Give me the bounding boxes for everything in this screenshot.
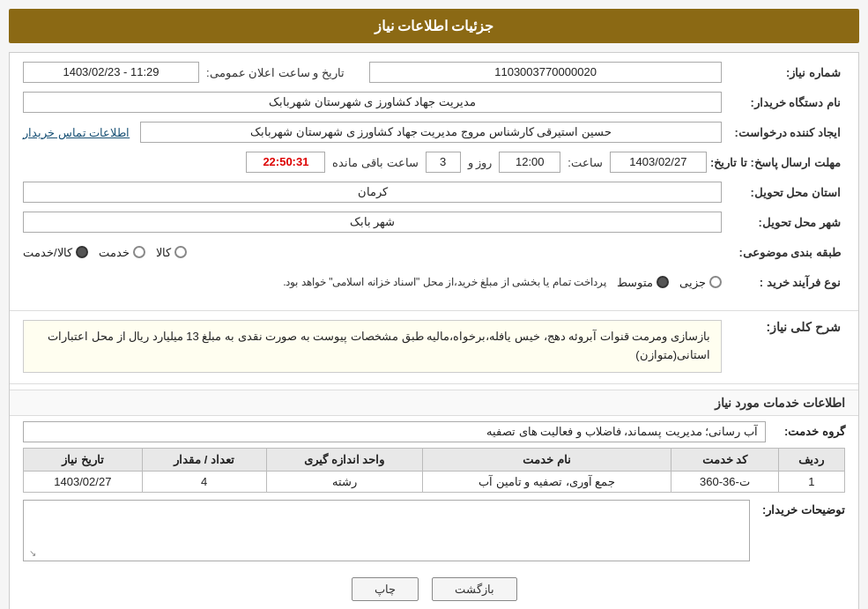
category-radio-group: کالا خدمت کالا/خدمت — [23, 246, 722, 259]
table-cell-unit: رشته — [266, 471, 423, 492]
buyer-org-row: نام دستگاه خریدار: مدیریت جهاد کشاورز ی … — [23, 90, 845, 115]
category-kala-radio[interactable] — [174, 246, 187, 258]
buttons-row: بازگشت چاپ — [10, 568, 858, 609]
process-label: نوع فرآیند خرید : — [722, 276, 845, 289]
category-row: طبقه بندی موضوعی: کالا خدمت کالا/خدمت — [23, 240, 845, 264]
table-row: 1ت-36-360جمع آوری، تصفیه و تامین آبرشته4… — [24, 471, 845, 492]
category-label: طبقه بندی موضوعی: — [722, 246, 845, 259]
need-number-label: شماره نیاز: — [722, 66, 845, 79]
process-radio-group: جزیی متوسط پرداخت تمام یا بخشی از مبلغ خ… — [23, 276, 722, 289]
process-motavasset-radio[interactable] — [657, 276, 669, 288]
creator-value: حسین استیرقی کارشناس مروج مدیریت جهاد کش… — [140, 122, 722, 143]
category-kala-khedmat-radio[interactable] — [76, 246, 88, 258]
date-announce-label: تاریخ و ساعت اعلان عمومی: — [199, 66, 352, 79]
process-jozii-label: جزیی — [679, 276, 706, 289]
table-cell-date: 1403/02/27 — [24, 471, 143, 492]
category-kala-khedmat-label: کالا/خدمت — [23, 246, 72, 259]
print-button[interactable]: چاپ — [352, 577, 419, 601]
col-header-row: ردیف — [778, 448, 844, 471]
table-cell-qty: 4 — [142, 471, 266, 492]
col-header-date: تاریخ نیاز — [24, 448, 143, 471]
response-date-label: مهلت ارسال پاسخ: تا تاریخ: — [710, 156, 845, 169]
creator-label: ایجاد کننده درخواست: — [722, 126, 845, 139]
page-wrapper: جزئیات اطلاعات نیاز شماره نیاز: 11030037… — [0, 0, 868, 609]
response-time-value: 12:00 — [499, 152, 560, 173]
category-khedmat[interactable]: خدمت — [99, 246, 145, 259]
table-cell-name: جمع آوری، تصفیه و تامین آب — [423, 471, 671, 492]
col-header-qty: تعداد / مقدار — [142, 448, 266, 471]
city-value: شهر بابک — [23, 212, 722, 233]
creator-row: ایجاد کننده درخواست: حسین استیرقی کارشنا… — [23, 120, 845, 145]
page-header: جزئیات اطلاعات نیاز — [9, 9, 859, 43]
response-date-row: مهلت ارسال پاسخ: تا تاریخ: 1403/02/27 سا… — [23, 150, 845, 175]
page-title: جزئیات اطلاعات نیاز — [375, 19, 494, 33]
service-group-row: گروه خدمت: آب رسانی؛ مدیریت پسماند، فاضل… — [23, 421, 845, 442]
need-number-value: 1103003770000020 — [369, 62, 722, 83]
province-value: کرمان — [23, 182, 722, 203]
process-note: پرداخت تمام یا بخشی از مبلغ خرید،از محل … — [23, 276, 606, 288]
info-section: شماره نیاز: 1103003770000020 تاریخ و ساع… — [10, 53, 858, 307]
category-kala[interactable]: کالا — [156, 246, 187, 259]
category-kala-khedmat[interactable]: کالا/خدمت — [23, 246, 88, 259]
province-label: استان محل تحویل: — [722, 186, 845, 199]
back-button[interactable]: بازگشت — [432, 577, 517, 601]
category-kala-label: کالا — [156, 246, 171, 259]
province-row: استان محل تحویل: کرمان — [23, 180, 845, 204]
comment-label: توضیحات خریدار: — [757, 500, 845, 516]
resize-corner-icon: ↘ — [26, 548, 36, 559]
comment-section: توضیحات خریدار: ↘ — [23, 500, 845, 561]
col-header-name: نام خدمت — [423, 448, 671, 471]
response-remaining-label: ساعت باقی مانده — [329, 156, 421, 169]
process-motavasset[interactable]: متوسط — [617, 276, 669, 289]
description-section-label: شرح کلی نیاز: — [722, 320, 845, 334]
main-card: شماره نیاز: 1103003770000020 تاریخ و ساع… — [9, 52, 859, 609]
service-group-value: آب رسانی؛ مدیریت پسماند، فاضلاب و فعالیت… — [23, 421, 766, 442]
contact-link[interactable]: اطلاعات تماس خریدار — [23, 126, 130, 139]
services-section-title: اطلاعات خدمات مورد نیاز — [10, 390, 858, 416]
process-row: نوع فرآیند خرید : جزیی متوسط پرداخت تمام… — [23, 270, 845, 294]
description-text: بازسازی ومرمت قنوات آبروئه دهج، خیس یافل… — [23, 320, 722, 373]
city-row: شهر محل تحویل: شهر بابک — [23, 210, 845, 234]
comment-box[interactable]: ↘ — [23, 500, 750, 561]
date-announce-value: 1403/02/23 - 11:29 — [23, 62, 199, 83]
city-label: شهر محل تحویل: — [722, 216, 845, 229]
services-table: ردیف کد خدمت نام خدمت واحد اندازه گیری ت… — [23, 448, 845, 493]
process-jozii-radio[interactable] — [709, 276, 722, 288]
response-date-value: 1403/02/27 — [610, 152, 707, 173]
col-header-unit: واحد اندازه گیری — [266, 448, 423, 471]
response-days-value: 3 — [426, 152, 461, 173]
buyer-org-value: مدیریت جهاد کشاورز ی شهرستان شهربابک — [23, 92, 722, 113]
description-row: شرح کلی نیاز: بازسازی ومرمت قنوات آبروئه… — [10, 315, 858, 378]
need-number-row: شماره نیاز: 1103003770000020 تاریخ و ساع… — [23, 60, 845, 85]
table-cell-code: ت-36-360 — [671, 471, 778, 492]
service-group-label: گروه خدمت: — [766, 425, 845, 438]
response-remaining-value: 22:50:31 — [246, 152, 325, 173]
col-header-code: کد خدمت — [671, 448, 778, 471]
response-time-label: ساعت: — [564, 156, 606, 169]
process-jozii[interactable]: جزیی — [679, 276, 722, 289]
category-khedmat-radio[interactable] — [133, 246, 145, 258]
category-khedmat-label: خدمت — [99, 246, 130, 259]
response-days-label: روز و — [464, 156, 496, 169]
table-cell-row: 1 — [778, 471, 844, 492]
buyer-org-label: نام دستگاه خریدار: — [722, 96, 845, 109]
process-motavasset-label: متوسط — [617, 276, 653, 289]
